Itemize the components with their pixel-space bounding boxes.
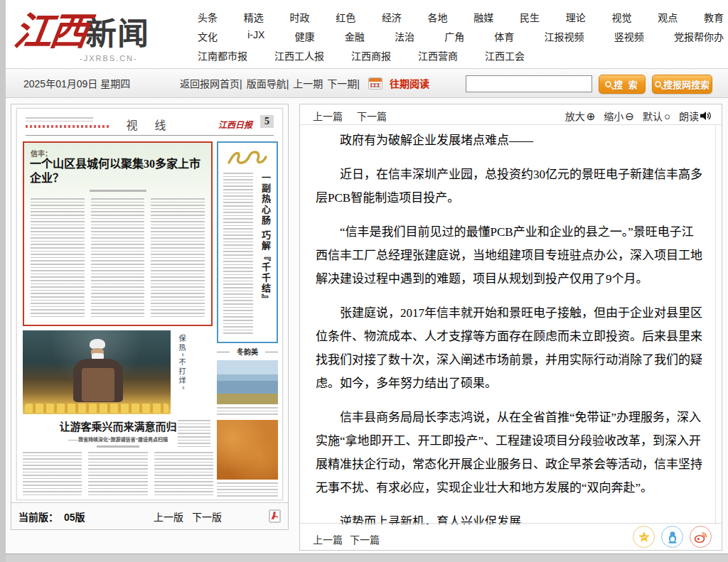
prev-issue-link[interactable]: 上一期 xyxy=(293,76,323,90)
footer-strip xyxy=(6,553,728,562)
magnifier-icon xyxy=(605,81,611,87)
logo-brand-red: 江西 xyxy=(11,7,89,57)
lead-byline-line xyxy=(90,190,146,192)
article-paragraph: 近日，在信丰深圳产业园，总投资约30亿元的景旺电子新建信丰高多层PCB智能制造项… xyxy=(316,163,704,210)
article-paragraph: 信丰县商务局局长李志鸿说，从在全省首推“免带证”办理服务，深入实施“拿地即开工、… xyxy=(316,406,704,499)
next-article-link[interactable]: 下一篇 xyxy=(350,532,380,546)
lead-article-highlight-box[interactable]: 信丰： 一个山区县城何以聚集30多家上市企业？ xyxy=(23,141,213,326)
next-article-link[interactable]: 下一篇 xyxy=(357,109,387,123)
prev-article-link[interactable]: 上一篇 xyxy=(313,109,343,123)
date-toolbar: 2025年01月09日 星期四 返回报网首页| 版面导航| 上一期 下一期| 往… xyxy=(6,68,728,98)
nav-item[interactable]: 视觉 xyxy=(611,10,631,24)
nav-item[interactable]: 党报帮你办 xyxy=(674,29,724,43)
gold-calligraphy-graphic xyxy=(225,147,268,168)
article-panel: 上一篇 下一篇 放大 ⊕ 缩小 ⊖ 默认 ○ xyxy=(299,104,722,551)
prev-page-link[interactable]: 上一版 xyxy=(154,509,183,524)
nav-item[interactable]: 观点 xyxy=(658,10,678,24)
weibo-icon[interactable] xyxy=(690,526,712,548)
nav-item[interactable]: 时政 xyxy=(289,10,309,24)
archive-link[interactable]: 往期阅读 xyxy=(390,76,429,90)
article-paragraph: 张建庭说，2017年信丰就开始和景旺电子接触，但由于企业对县里区位条件、物流成本… xyxy=(316,301,704,395)
travel-headline: 让游客乘兴而来满意而归 xyxy=(23,418,213,433)
lake-photo xyxy=(217,360,278,404)
lead-text-columns xyxy=(31,198,205,318)
photo-vertical-caption: 保热“不打烊” xyxy=(176,335,187,413)
travel-article: 让游客乘兴而来满意而归 ——我省持续深化“旅游诚信省”建设亮点扫描 xyxy=(23,418,213,495)
orange-trees-photo xyxy=(217,420,278,480)
current-date: 2025年01月09日 星期四 xyxy=(23,76,130,90)
read-aloud-control[interactable]: 朗读 xyxy=(679,109,712,123)
next-issue-link[interactable]: 下一期| xyxy=(327,76,360,90)
newspaper-card: 视 线 江西日报 5 信丰： 一个山区县城何以聚集30多家上市企业？ xyxy=(11,104,289,530)
winter-section: 冬韵美 xyxy=(217,346,278,497)
pdf-icon[interactable] xyxy=(269,509,281,523)
article-footer: 上一篇 下一篇 xyxy=(300,523,722,550)
next-page-link[interactable]: 下一版 xyxy=(192,509,222,524)
newspaper-page-number: 5 xyxy=(260,115,274,128)
cook-hat xyxy=(90,339,105,349)
article-paragraph: “信丰是我们目前见过的最懂PCB产业和企业的县之一。”景旺电子江西信丰工厂总经理… xyxy=(316,220,704,291)
search-button[interactable]: 搜 索 xyxy=(599,75,646,94)
nav-item[interactable]: 竖视频 xyxy=(614,29,644,43)
qzone-star-icon[interactable] xyxy=(633,526,655,548)
travel-byline-line xyxy=(97,445,139,448)
default-size-icon: ○ xyxy=(664,111,670,121)
nav-item[interactable]: 融媒 xyxy=(473,10,493,24)
speaker-icon xyxy=(700,111,712,121)
nav-item[interactable]: 江南都市报 xyxy=(198,48,247,63)
nav-row-3: 江南都市报江西工人报江西商报江西营商江西工会 xyxy=(198,48,724,63)
nav-row-1: 头条精选时政红色经济各地融媒民生理论视觉观点教育 xyxy=(198,10,724,24)
nav-item[interactable]: i-JX xyxy=(247,29,264,43)
nav-item[interactable]: 红色 xyxy=(336,10,355,24)
nav-item[interactable]: 头条 xyxy=(198,10,218,24)
mini-text-column xyxy=(23,452,82,496)
page: 江西新闻 -JXRBS.CN- 头条精选时政红色经济各地融媒民生理论视觉观点教育… xyxy=(6,0,728,553)
nav-item[interactable]: 经济 xyxy=(382,10,402,24)
logo-domain: -JXRBS.CN- xyxy=(80,54,192,63)
zoom-in-control[interactable]: 放大 ⊕ xyxy=(565,109,596,123)
zoom-out-control[interactable]: 缩小 ⊖ xyxy=(604,109,634,123)
nav-item[interactable]: 金融 xyxy=(345,29,365,43)
winter-title: 冬韵美 xyxy=(217,346,278,357)
nav-item[interactable]: 精选 xyxy=(244,10,264,24)
calendar-icon[interactable] xyxy=(368,77,382,90)
nav-row-2: 文化i-JX健康金融法治广角体育江报视频竖视频党报帮你办 xyxy=(198,29,724,43)
pastry-row xyxy=(25,404,168,413)
prev-article-link[interactable]: 上一篇 xyxy=(313,532,343,546)
qq-penguin-icon[interactable] xyxy=(661,526,683,548)
mini-text-column xyxy=(154,452,213,496)
zoom-out-icon: ⊖ xyxy=(625,111,634,121)
side-article-title: 一副热心肠 巧解『千千结』 xyxy=(259,173,272,329)
magnifier-icon xyxy=(655,81,661,87)
nav-item[interactable]: 健康 xyxy=(295,29,315,43)
share-icons xyxy=(633,526,712,548)
newspaper-brand: 江西日报 xyxy=(218,118,252,131)
nav-item[interactable]: 江西工人报 xyxy=(274,48,324,63)
nav-item[interactable]: 体育 xyxy=(494,29,514,43)
nav-item[interactable]: 教育 xyxy=(704,10,724,24)
nav-item[interactable]: 江西营商 xyxy=(418,48,458,63)
nav-item[interactable]: 江西商报 xyxy=(351,48,391,63)
site-search-button[interactable]: 搜报网搜索 xyxy=(652,75,712,94)
side-article-text xyxy=(223,173,253,336)
page-nav-link[interactable]: 版面导航| xyxy=(247,76,289,90)
nav-item[interactable]: 江报视频 xyxy=(545,29,584,43)
nav-item[interactable]: 理论 xyxy=(566,10,586,24)
travel-text-columns xyxy=(23,452,213,496)
search-input[interactable] xyxy=(466,75,592,92)
newspaper-page-thumbnail[interactable]: 视 线 江西日报 5 信丰： 一个山区县城何以聚集30多家上市企业？ xyxy=(16,108,283,500)
article-body[interactable]: 政府有为破解企业发展堵点难点——近日，在信丰深圳产业园，总投资约30亿元的景旺电… xyxy=(300,126,717,524)
nav-item[interactable]: 各地 xyxy=(428,10,448,24)
nav-item[interactable]: 江西工会 xyxy=(485,48,525,63)
default-size-control[interactable]: 默认 ○ xyxy=(643,109,670,123)
scrollbar-track[interactable] xyxy=(715,126,719,524)
mini-text-column xyxy=(31,198,85,318)
home-link[interactable]: 返回报网首页| xyxy=(180,76,242,90)
reading-toolbar: 上一篇 下一篇 放大 ⊕ 缩小 ⊖ 默认 ○ xyxy=(300,104,722,125)
nav-item[interactable]: 文化 xyxy=(198,29,218,43)
current-page-value: 05版 xyxy=(64,509,85,524)
nav-item[interactable]: 广角 xyxy=(444,29,464,43)
nav-item[interactable]: 民生 xyxy=(520,10,540,24)
site-logo[interactable]: 江西新闻 -JXRBS.CN- xyxy=(14,7,192,64)
nav-item[interactable]: 法治 xyxy=(395,29,414,43)
